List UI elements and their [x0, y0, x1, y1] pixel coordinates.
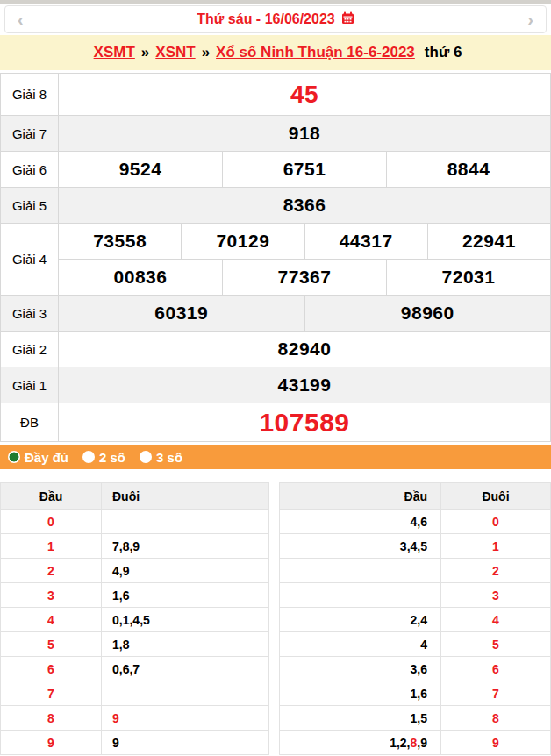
tail-digit: 6 [441, 657, 551, 681]
head-digit: 5 [1, 632, 102, 657]
breadcrumb-link-xsnt[interactable]: XSNT [155, 44, 195, 61]
prize-number: 8366 [59, 188, 551, 224]
table-row: 17,8,9 [1, 534, 269, 559]
tail-digits: 1,6 [112, 588, 129, 603]
table-row: 40,1,4,5 [1, 608, 269, 632]
tail-digits: 1,6 [411, 687, 427, 701]
prize-label: Giải 6 [1, 152, 59, 188]
head-digit: 7 [1, 681, 102, 706]
head-cell: 1,2,8,9 [280, 731, 441, 755]
head-cell [280, 559, 441, 583]
top-strip [0, 0, 551, 4]
prize-number: 00836 [59, 260, 223, 296]
filter-radio-3-số[interactable]: 3 số [140, 450, 182, 465]
head-cell: 4 [280, 632, 441, 657]
filter-radio-label: 2 số [99, 450, 125, 465]
filter-radio-label: Đầy đủ [25, 450, 68, 465]
radio-selected-icon[interactable] [8, 451, 20, 463]
tail-digits: 9 [112, 736, 119, 750]
draw-date: Thứ sáu - 16/06/2023 [197, 11, 354, 28]
breadcrumb-suffix: thứ 6 [425, 44, 462, 61]
tail-digits: 7,8,9 [112, 539, 140, 553]
tail-digit: 9 [441, 731, 551, 755]
tail-cell: 7,8,9 [102, 534, 269, 559]
chevron-right-icon[interactable]: › [527, 11, 533, 28]
head-cell: 3,4,5 [280, 534, 441, 559]
prize-number: 60319 [59, 296, 305, 332]
prize-number: 44317 [304, 224, 427, 260]
prize-number: 45 [59, 74, 551, 116]
prize-number: 98960 [304, 296, 551, 332]
tail-digits: 4 [420, 638, 427, 652]
breadcrumb-separator: » [141, 44, 149, 61]
head-digit: 4 [1, 608, 102, 632]
filter-radio-2-số[interactable]: 2 số [82, 450, 125, 465]
tail-digits: 0,1,4,5 [112, 613, 150, 627]
table-row: 1,67 [280, 681, 551, 706]
tail-digits: 3,6 [411, 662, 427, 676]
column-header-duoi: Đuôi [441, 483, 551, 510]
prize-row: 008367736772031 [1, 260, 551, 296]
tail-cell: 4,9 [102, 559, 269, 583]
calendar-icon[interactable] [341, 11, 354, 28]
tail-digit: 2 [441, 559, 551, 583]
head-tail-table-right: Đầu Đuôi 4,603,4,51232,44453,661,671,581… [279, 482, 551, 755]
prize-number: 6751 [223, 152, 387, 188]
tail-digits: 3,4,5 [400, 539, 427, 553]
table-row: 99 [1, 731, 269, 755]
chevron-left-icon[interactable]: ‹ [18, 11, 24, 28]
tail-digit: 5 [441, 632, 551, 657]
prize-number: 43199 [59, 367, 551, 403]
breadcrumb-link-result[interactable]: Xổ số Ninh Thuận 16-6-2023 [216, 44, 415, 61]
head-cell: 4,6 [280, 510, 441, 534]
prize-row: Giải 282940 [1, 332, 551, 367]
prize-label: Giải 2 [1, 332, 59, 367]
tail-digits: 4,6 [411, 515, 427, 529]
table-row: 3 [280, 583, 551, 608]
table-row: 60,6,7 [1, 657, 269, 681]
head-digit: 2 [1, 559, 102, 583]
prize-number: 918 [59, 116, 551, 152]
column-header-dau: Đầu [280, 483, 441, 510]
prize-number: 73558 [59, 224, 182, 260]
prize-row: Giải 36031998960 [1, 296, 551, 332]
radio-icon[interactable] [140, 451, 152, 463]
table-row: 1,58 [280, 706, 551, 731]
tail-digits: 4,9 [112, 564, 129, 578]
tail-digit: 4 [441, 608, 551, 632]
prize-label: ĐB [1, 403, 59, 442]
prize-number: 82940 [59, 332, 551, 367]
prize-label: Giải 4 [1, 224, 59, 296]
head-cell: 3,6 [280, 657, 441, 681]
tail-digits: 2,4 [411, 613, 427, 627]
prize-label: Giải 8 [1, 74, 59, 116]
table-row: 3,66 [280, 657, 551, 681]
tail-digits: 1,5 [411, 711, 427, 725]
tail-cell [102, 681, 269, 706]
head-cell [280, 583, 441, 608]
tail-digits: ,9 [417, 736, 427, 750]
head-digit: 9 [1, 731, 102, 755]
prize-row: ĐB107589 [1, 403, 551, 442]
head-tail-section: Đầu Đuôi 017,8,924,931,640,1,4,551,860,6… [0, 482, 551, 755]
prize-number: 77367 [223, 260, 387, 296]
tail-cell: 1,6 [102, 583, 269, 608]
prize-row: Giải 473558701294431722941 [1, 224, 551, 260]
prize-row: Giải 143199 [1, 367, 551, 403]
prize-label: Giải 7 [1, 116, 59, 152]
prize-row: Giải 58366 [1, 188, 551, 224]
prize-results-table: Giải 845Giải 7918Giải 6952467518844Giải … [0, 73, 551, 442]
breadcrumb-link-xsmt[interactable]: XSMT [94, 44, 135, 61]
tail-cell: 9 [102, 706, 269, 731]
column-header-duoi: Đuôi [102, 483, 269, 510]
prize-number: 70129 [182, 224, 304, 260]
table-row: 3,4,51 [280, 534, 551, 559]
filter-radio-đầy-đủ[interactable]: Đầy đủ [8, 450, 68, 465]
table-row: 2,44 [280, 608, 551, 632]
head-cell: 1,5 [280, 706, 441, 731]
tail-cell: 1,8 [102, 632, 269, 657]
prize-row: Giải 7918 [1, 116, 551, 152]
head-digit: 3 [1, 583, 102, 608]
tail-digit: 7 [441, 681, 551, 706]
radio-icon[interactable] [82, 451, 95, 463]
